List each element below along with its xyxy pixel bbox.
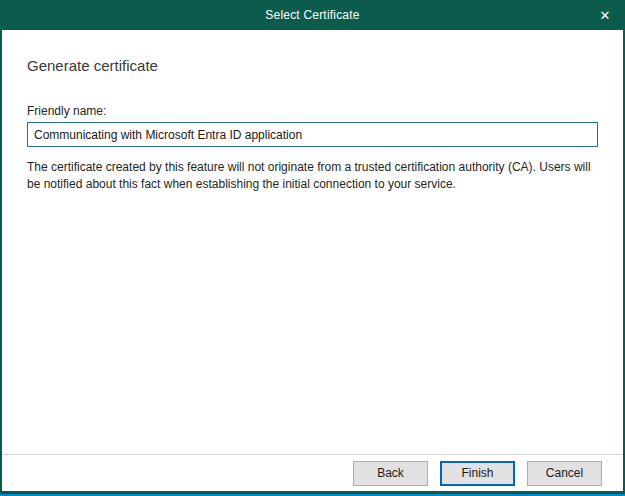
dialog-content: Generate certificate Friendly name: The …: [2, 30, 623, 454]
close-icon[interactable]: ✕: [585, 0, 625, 30]
friendly-name-input[interactable]: [27, 122, 598, 147]
select-certificate-dialog: Select Certificate ✕ Generate certificat…: [0, 0, 625, 496]
certificate-notice-text: The certificate created by this feature …: [27, 159, 598, 193]
dialog-body: Generate certificate Friendly name: The …: [0, 30, 625, 491]
cancel-button[interactable]: Cancel: [527, 461, 602, 486]
back-button[interactable]: Back: [353, 461, 428, 486]
titlebar[interactable]: Select Certificate ✕: [0, 0, 625, 30]
friendly-name-label: Friendly name:: [27, 104, 598, 118]
finish-button[interactable]: Finish: [440, 461, 515, 486]
window-title: Select Certificate: [265, 8, 359, 22]
footer-button-bar: Back Finish Cancel: [2, 455, 623, 491]
page-title: Generate certificate: [27, 57, 598, 74]
